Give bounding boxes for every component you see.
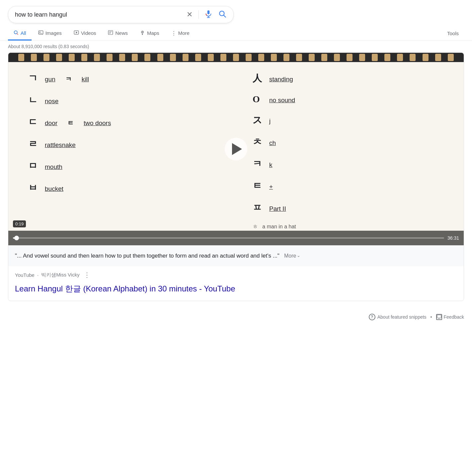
tab-all[interactable]: All — [8, 27, 32, 40]
feedback-button[interactable]: Feedback — [436, 314, 464, 320]
tab-images[interactable]: Images — [33, 27, 67, 40]
divider — [198, 10, 199, 19]
footer-separator: • — [431, 314, 432, 320]
tab-news[interactable]: News — [103, 27, 133, 40]
svg-line-6 — [17, 34, 18, 35]
tab-more[interactable]: ⋮ More — [166, 27, 195, 40]
source-line: YouTube · 빅키샘Miss Vicky ⋮ — [8, 266, 464, 282]
progress-track[interactable] — [13, 237, 444, 239]
svg-point-16 — [142, 32, 143, 33]
spiral-bar — [8, 53, 464, 62]
play-button[interactable] — [225, 138, 247, 160]
snippet-more-button[interactable]: More ⌄ — [284, 252, 300, 260]
notebook-right-column: 人standing Ono sound スj ㅊch ㅋk ㅌ+ ㅍPart I… — [239, 62, 464, 245]
result-title-link[interactable]: Learn Hangul 한글 (Korean Alphabet) in 30 … — [8, 282, 464, 301]
feedback-label: Feedback — [444, 314, 464, 320]
footer-bar: ? About featured snippets • Feedback — [0, 308, 472, 326]
about-featured-snippets-button[interactable]: ? About featured snippets — [369, 314, 427, 320]
tools-button[interactable]: Tools — [442, 27, 464, 40]
tab-news-label: News — [115, 30, 128, 36]
videos-icon — [74, 30, 79, 36]
svg-point-8 — [39, 32, 40, 33]
header: how to learn hangul ✕ — [0, 0, 472, 23]
svg-rect-7 — [39, 31, 43, 35]
search-bar-icons: ✕ — [186, 10, 227, 20]
source-dot: · — [37, 272, 39, 278]
notebook-left-column: ㄱgunㅋkill ㄴnose ㄷdoorㅌtwo doors ㄹrattles… — [8, 62, 239, 245]
video-thumbnail[interactable]: ㄱgunㅋkill ㄴnose ㄷdoorㅌtwo doors ㄹrattles… — [8, 53, 464, 245]
current-time-badge: 0:19 — [13, 220, 26, 227]
search-bar: how to learn hangul ✕ — [8, 6, 234, 23]
play-triangle-icon — [232, 143, 242, 155]
tab-more-label: More — [178, 30, 190, 36]
video-progress-bar[interactable]: 36:31 — [8, 231, 464, 245]
source-channel: 빅키샘Miss Vicky — [41, 272, 80, 278]
feedback-icon — [436, 314, 442, 320]
clear-icon[interactable]: ✕ — [186, 11, 193, 18]
snippet-quote: "... And vowel sound and then learn how … — [15, 253, 279, 259]
more-dots-icon: ⋮ — [171, 30, 176, 36]
results-info: About 8,910,000 results (0.83 seconds) — [0, 40, 472, 52]
featured-snippet-card: ㄱgunㅋkill ㄴnose ㄷdoorㅌtwo doors ㄹrattles… — [8, 52, 464, 301]
svg-rect-17 — [437, 315, 441, 318]
svg-marker-10 — [76, 32, 78, 33]
question-icon: ? — [369, 314, 375, 320]
news-icon — [108, 30, 113, 36]
tab-videos[interactable]: Videos — [68, 27, 102, 40]
snippet-more-label: More — [284, 252, 296, 260]
about-snippets-label: About featured snippets — [377, 314, 427, 320]
tab-all-label: All — [21, 30, 26, 36]
svg-line-4 — [224, 15, 226, 17]
svg-rect-0 — [207, 10, 210, 14]
source-site: YouTube — [15, 272, 35, 278]
progress-thumb[interactable] — [14, 236, 19, 240]
tabs-nav: All Images Videos News Maps ⋮ More Tools — [0, 23, 472, 40]
all-icon — [13, 30, 19, 36]
mic-icon[interactable] — [204, 10, 213, 20]
chevron-down-icon: ⌄ — [297, 252, 300, 259]
search-input[interactable]: how to learn hangul — [15, 11, 182, 18]
video-duration: 36:31 — [447, 235, 459, 241]
source-menu-icon[interactable]: ⋮ — [84, 271, 91, 279]
snippet-text-area: "... And vowel sound and then learn how … — [8, 245, 464, 266]
tab-maps[interactable]: Maps — [134, 27, 165, 40]
tab-maps-label: Maps — [147, 30, 159, 36]
images-icon — [38, 30, 43, 36]
search-button-icon[interactable] — [218, 10, 227, 20]
maps-icon — [140, 30, 145, 36]
tab-images-label: Images — [45, 30, 62, 36]
tab-videos-label: Videos — [81, 30, 96, 36]
